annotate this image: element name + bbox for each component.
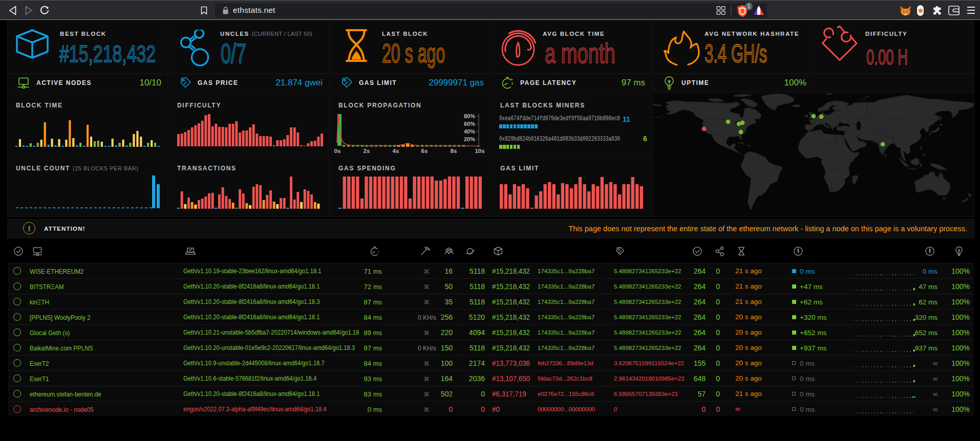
svg-text:8s: 8s bbox=[451, 148, 457, 154]
svg-text:40%: 40% bbox=[464, 128, 475, 135]
svg-text:6s: 6s bbox=[421, 148, 428, 154]
svg-text:10s: 10s bbox=[475, 148, 484, 154]
svg-text:2s: 2s bbox=[364, 148, 370, 154]
svg-text:80%: 80% bbox=[464, 113, 475, 119]
svg-text:60%: 60% bbox=[464, 121, 475, 127]
svg-text:4s: 4s bbox=[393, 148, 399, 154]
svg-text:20%: 20% bbox=[464, 136, 475, 142]
svg-text:0s: 0s bbox=[334, 148, 341, 154]
